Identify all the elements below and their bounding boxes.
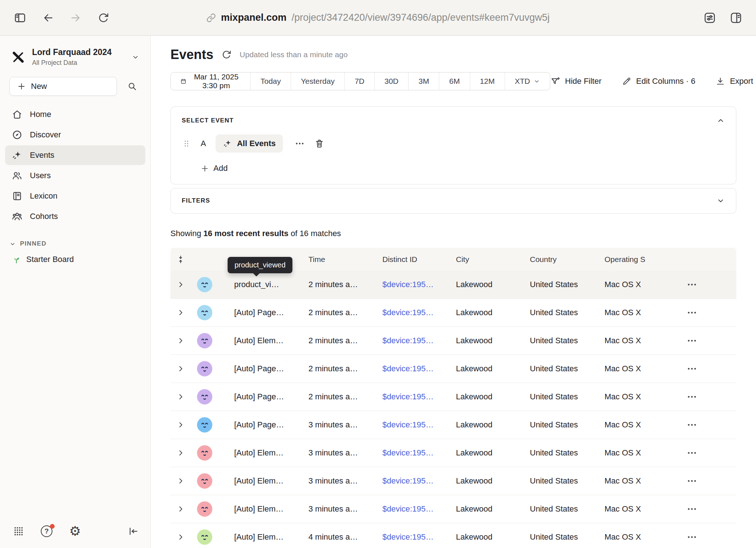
distinct-id-link[interactable]: $device:195…: [382, 532, 456, 542]
row-actions-button[interactable]: [686, 363, 697, 374]
range-button[interactable]: 30D: [374, 73, 409, 90]
event-selector-chip[interactable]: All Events: [216, 134, 283, 153]
project-switcher[interactable]: Lord Farquaad 2024 All Project Data: [0, 36, 150, 73]
ellipsis-icon: [686, 307, 697, 318]
distinct-id-link[interactable]: $device:195…: [382, 476, 456, 486]
add-event-button[interactable]: Add: [201, 164, 228, 173]
project-subtitle: All Project Data: [32, 59, 125, 67]
help-icon[interactable]: ?: [40, 525, 53, 538]
row-actions-button[interactable]: [686, 307, 697, 318]
avatar-face: [197, 361, 212, 376]
distinct-id-link[interactable]: $device:195…: [382, 448, 456, 458]
range-button[interactable]: 3M: [408, 73, 439, 90]
ellipsis-icon: [295, 138, 305, 149]
distinct-id-link[interactable]: $device:195…: [382, 420, 456, 430]
collapse-panel-button[interactable]: [716, 116, 725, 125]
range-button[interactable]: 7D: [344, 73, 374, 90]
distinct-id-link[interactable]: $device:195…: [382, 364, 456, 373]
row-actions-button[interactable]: [686, 391, 697, 402]
event-time: 4 minutes a…: [308, 532, 382, 542]
url-bar[interactable]: mixpanel.com/project/3472420/view/397469…: [206, 12, 550, 23]
collapse-sidebar-icon[interactable]: [128, 526, 139, 537]
sidebar-item-cohorts[interactable]: Cohorts: [5, 207, 145, 226]
event-name: [Auto] Page…: [218, 392, 308, 402]
sidebar-item-starter-board[interactable]: Starter Board: [0, 247, 150, 271]
search-button[interactable]: [123, 77, 142, 96]
hide-filter-button[interactable]: Hide Filter: [550, 76, 602, 86]
distinct-id-link[interactable]: $device:195…: [382, 336, 456, 345]
range-button[interactable]: 12M: [470, 73, 505, 90]
sidebar-item-events[interactable]: Events: [5, 145, 145, 165]
distinct-id-link[interactable]: $device:195…: [382, 504, 456, 514]
event-name: [Auto] Page…: [218, 308, 308, 317]
sidebar-item-discover[interactable]: Discover: [5, 125, 145, 145]
edit-columns-button[interactable]: Edit Columns · 6: [622, 77, 696, 86]
edit-columns-label: Edit Columns · 6: [636, 77, 696, 86]
range-label: 6M: [449, 77, 460, 86]
date-picker-button[interactable]: Mar 11, 2025 3:30 pm: [171, 73, 250, 90]
refresh-icon[interactable]: [221, 50, 232, 60]
row-actions-button[interactable]: [686, 419, 697, 430]
reload-icon[interactable]: [98, 12, 109, 24]
event-name: [Auto] Elem…: [218, 476, 308, 486]
expand-row-icon[interactable]: [176, 449, 185, 457]
sidebar-item-users[interactable]: Users: [5, 166, 145, 185]
expand-row-icon[interactable]: [176, 477, 185, 485]
distinct-id-link[interactable]: $device:195…: [382, 308, 456, 317]
expand-row-icon[interactable]: [176, 533, 185, 541]
col-distinct-id[interactable]: Distinct ID: [382, 255, 456, 264]
expand-row-icon[interactable]: [176, 392, 185, 401]
forward-icon[interactable]: [70, 12, 82, 24]
collapse-all-rows-icon[interactable]: [176, 255, 185, 264]
expand-row-icon[interactable]: [176, 420, 185, 429]
drag-handle-icon[interactable]: [182, 139, 191, 148]
sidebar-item-label: Users: [30, 171, 51, 180]
hide-filter-label: Hide Filter: [565, 77, 602, 86]
link-icon: [206, 13, 216, 23]
back-icon[interactable]: [42, 12, 54, 24]
browser-sidebar-toggle-icon[interactable]: [14, 12, 26, 24]
chevron-down-icon: [716, 196, 725, 205]
new-button[interactable]: New: [9, 77, 117, 96]
event-time: 3 minutes a…: [308, 504, 382, 514]
row-actions-button[interactable]: [686, 475, 697, 486]
range-button[interactable]: Today: [250, 73, 291, 90]
col-country[interactable]: Country: [530, 255, 605, 264]
row-actions-button[interactable]: [686, 447, 697, 458]
os-cell: Mac OS X: [605, 504, 686, 514]
sidebar-item-lexicon[interactable]: Lexicon: [5, 186, 145, 206]
settings-gear-icon[interactable]: ⚙: [69, 525, 81, 538]
row-actions-button[interactable]: [686, 335, 697, 346]
distinct-id-link[interactable]: $device:195…: [382, 392, 456, 402]
range-button[interactable]: XTD: [505, 73, 550, 90]
expand-row-icon[interactable]: [176, 308, 185, 317]
expand-row-icon[interactable]: [176, 280, 185, 289]
sidebar-item-home[interactable]: Home: [5, 105, 145, 124]
ellipsis-icon: [686, 335, 697, 346]
row-actions-button[interactable]: [686, 532, 697, 543]
col-city[interactable]: City: [456, 255, 530, 264]
delete-clause-button[interactable]: [314, 138, 324, 149]
pinned-section-header[interactable]: PINNED: [0, 240, 150, 247]
export-button[interactable]: Export: [716, 77, 753, 86]
expand-row-icon[interactable]: [176, 336, 185, 345]
expand-row-icon[interactable]: [176, 505, 185, 513]
range-button[interactable]: Yesterday: [291, 73, 344, 90]
apps-grid-icon[interactable]: [13, 526, 24, 537]
row-actions-button[interactable]: [686, 279, 697, 290]
page-settings-icon[interactable]: [704, 12, 716, 24]
range-label: Today: [260, 77, 281, 86]
clause-more-button[interactable]: [295, 138, 305, 149]
col-operating-system[interactable]: Operating S: [605, 255, 686, 264]
expand-row-icon[interactable]: [176, 364, 185, 373]
range-button[interactable]: 6M: [439, 73, 469, 90]
col-time[interactable]: Time: [308, 255, 382, 264]
sidebar-nav: Home Discover Events Users Lexicon Cohor…: [0, 103, 150, 228]
distinct-id-link[interactable]: $device:195…: [382, 280, 456, 289]
row-actions-button[interactable]: [686, 504, 697, 514]
plus-icon: [201, 164, 209, 173]
event-time: 2 minutes a…: [308, 336, 382, 345]
split-view-icon[interactable]: [730, 12, 742, 24]
expand-filters-button[interactable]: [716, 196, 725, 205]
country-cell: United States: [530, 504, 605, 514]
